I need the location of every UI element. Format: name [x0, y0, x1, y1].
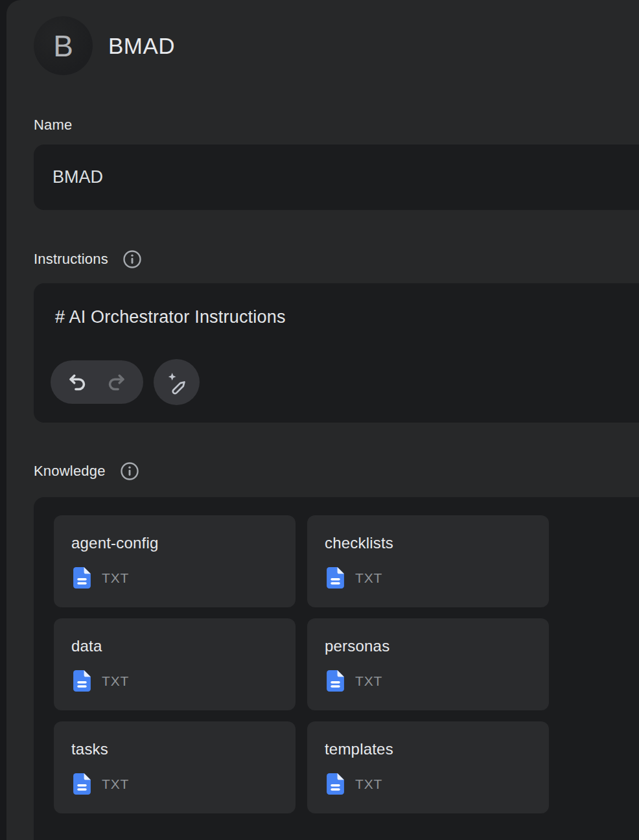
file-name: personas [325, 637, 549, 655]
name-label: Name [34, 117, 639, 134]
file-name: checklists [325, 534, 549, 552]
pencil-sparkle-icon [165, 370, 189, 395]
file-type: TXT [102, 776, 129, 792]
instructions-info-icon[interactable] [122, 250, 142, 269]
knowledge-files-grid: agent-config TXT checklists [54, 515, 639, 813]
undo-redo-group [51, 360, 143, 404]
knowledge-file-card[interactable]: tasks TXT [54, 721, 296, 813]
txt-document-icon [327, 670, 344, 692]
file-meta-row: TXT [327, 670, 549, 692]
page-title: BMAD [108, 33, 175, 59]
knowledge-file-card[interactable]: agent-config TXT [54, 515, 296, 607]
instructions-toolbar [51, 359, 639, 405]
avatar: B [34, 16, 93, 75]
knowledge-file-card[interactable]: checklists TXT [307, 515, 549, 607]
knowledge-file-card[interactable]: templates TXT [307, 721, 549, 813]
info-icon [122, 250, 142, 269]
rewrite-with-ai-button[interactable] [154, 359, 200, 405]
knowledge-file-card[interactable]: data TXT [54, 618, 296, 710]
file-meta-row: TXT [73, 670, 296, 692]
info-icon [120, 461, 139, 481]
instructions-editor[interactable]: # AI Orchestrator Instructions [34, 283, 639, 423]
gem-header: B BMAD [34, 0, 639, 75]
instructions-label: Instructions [34, 251, 108, 268]
redo-icon [106, 371, 128, 393]
file-type: TXT [355, 673, 382, 689]
txt-document-icon [327, 773, 344, 795]
txt-document-icon [73, 567, 91, 589]
txt-document-icon [73, 773, 91, 795]
file-type: TXT [355, 776, 382, 792]
name-input-value: BMAD [52, 167, 103, 187]
file-name: tasks [71, 740, 296, 758]
gem-editor-screen: B BMAD Name BMAD Instructions # AI Orche… [0, 0, 639, 840]
file-meta-row: TXT [327, 773, 549, 795]
txt-document-icon [73, 670, 91, 692]
knowledge-label-row: Knowledge [34, 461, 639, 481]
file-type: TXT [102, 570, 129, 586]
file-name: agent-config [71, 534, 296, 552]
file-meta-row: TXT [73, 567, 296, 589]
instructions-label-row: Instructions [34, 250, 639, 269]
name-input[interactable]: BMAD [34, 145, 639, 210]
undo-button[interactable] [66, 371, 88, 393]
left-edge-strip [0, 0, 6, 840]
file-name: templates [325, 740, 549, 758]
knowledge-info-icon[interactable] [120, 461, 139, 481]
file-meta-row: TXT [327, 567, 549, 589]
instructions-text: # AI Orchestrator Instructions [55, 307, 639, 327]
redo-button[interactable] [106, 371, 128, 393]
gem-editor-panel: B BMAD Name BMAD Instructions # AI Orche… [6, 0, 639, 840]
file-meta-row: TXT [73, 773, 296, 795]
knowledge-file-card[interactable]: personas TXT [307, 618, 549, 710]
avatar-letter: B [53, 31, 73, 61]
knowledge-panel: agent-config TXT checklists [34, 497, 639, 840]
txt-document-icon [327, 567, 344, 589]
knowledge-label: Knowledge [34, 463, 106, 480]
file-type: TXT [355, 570, 382, 586]
undo-icon [66, 371, 88, 393]
file-name: data [71, 637, 296, 655]
file-type: TXT [102, 673, 129, 689]
